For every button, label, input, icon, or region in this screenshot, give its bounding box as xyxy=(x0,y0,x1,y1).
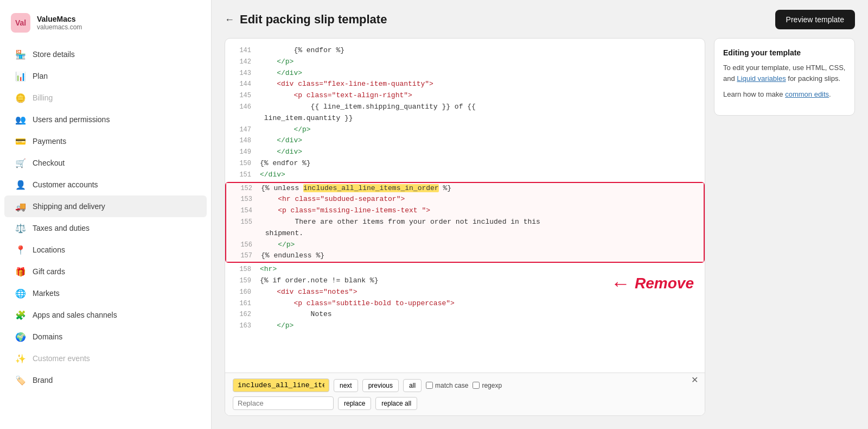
replace-button[interactable]: replace xyxy=(338,397,371,410)
line-number: 161 xyxy=(232,298,251,309)
preview-template-button[interactable]: Preview template xyxy=(775,10,855,29)
replace-row: replace replace all xyxy=(233,396,697,410)
line-number: 145 xyxy=(232,90,251,101)
common-edits-link[interactable]: common edits xyxy=(785,90,829,98)
line-content: {% endunless %} xyxy=(261,250,697,262)
highlighted-block: 152{% unless includes_all_line_items_in_… xyxy=(225,182,705,263)
code-line: 145 <p class="text-align-right"> xyxy=(225,90,705,102)
find-input[interactable] xyxy=(233,378,329,392)
close-find-replace[interactable]: ✕ xyxy=(691,375,698,385)
code-line: 143 </div> xyxy=(225,68,705,79)
nav-label-customer-accounts: Customer accounts xyxy=(33,180,98,189)
nav-icon-store-details: 🏪 xyxy=(15,49,26,60)
sidebar-item-checkout[interactable]: 🛒Checkout xyxy=(4,152,207,174)
line-content: </p> xyxy=(260,320,698,332)
sidebar-item-customer-events[interactable]: ✨Customer events xyxy=(4,348,207,369)
code-line: 148 </div> xyxy=(225,135,705,147)
regexp-checkbox[interactable] xyxy=(473,382,480,389)
line-number: 152 xyxy=(233,183,252,194)
nav-label-customer-events: Customer events xyxy=(33,354,90,363)
line-content: <div class="flex-line-item-quantity"> xyxy=(260,79,698,90)
match-case-checkbox[interactable] xyxy=(426,382,433,389)
sidebar-item-markets[interactable]: 🌐Markets xyxy=(4,282,207,304)
sidebar-item-brand[interactable]: 🏷️Brand xyxy=(4,369,207,391)
code-line: 160 <div class="notes"> xyxy=(225,287,705,298)
code-line: 144 <div class="flex-line-item-quantity"… xyxy=(225,79,705,90)
nav-label-store-details: Store details xyxy=(33,50,75,59)
code-line: 150{% endfor %} xyxy=(225,158,705,169)
replace-input[interactable] xyxy=(233,396,334,410)
nav-label-billing: Billing xyxy=(33,93,53,102)
line-content: </div> xyxy=(260,147,698,158)
line-content: line_item.quantity }} xyxy=(260,113,698,124)
all-button[interactable]: all xyxy=(403,379,422,392)
sidebar-item-apps-sales-channels[interactable]: 🧩Apps and sales channels xyxy=(4,304,207,326)
code-line: 147 </p> xyxy=(225,124,705,136)
code-line: 152{% unless includes_all_line_items_in_… xyxy=(226,183,704,194)
sidebar-item-plan[interactable]: 📊Plan xyxy=(4,65,207,87)
sidebar-item-locations[interactable]: 📍Locations xyxy=(4,239,207,261)
sidebar-item-users-permissions[interactable]: 👥Users and permissions xyxy=(4,109,207,130)
sidebar-item-domains[interactable]: 🌍Domains xyxy=(4,326,207,348)
code-line: 157{% endunless %} xyxy=(226,250,704,262)
line-number: 147 xyxy=(232,124,251,135)
nav-label-shipping-delivery: Shipping and delivery xyxy=(33,202,105,211)
code-line: 149 </div> xyxy=(225,147,705,158)
line-number: 154 xyxy=(233,205,252,216)
header-left: ← Edit packing slip template xyxy=(225,12,387,27)
code-line: shipment. xyxy=(226,228,704,239)
nav-label-users-permissions: Users and permissions xyxy=(33,115,110,124)
sidebar-item-billing[interactable]: 🪙Billing xyxy=(4,87,207,109)
sidebar-item-gift-cards[interactable]: 🎁Gift cards xyxy=(4,261,207,282)
help-text-1: To edit your template, use HTML, CSS, an… xyxy=(723,62,846,84)
line-content: There are other items from your order no… xyxy=(261,217,697,228)
line-content: <hr class="subdued-separator"> xyxy=(261,194,697,205)
liquid-variables-link[interactable]: Liquid variables xyxy=(737,74,786,83)
brand-text: ValueMacs valuemacs.com xyxy=(37,15,82,31)
nav-icon-taxes-duties: ⚖️ xyxy=(15,223,26,234)
line-number: 151 xyxy=(232,169,251,180)
line-number: 153 xyxy=(233,194,252,205)
nav-label-apps-sales-channels: Apps and sales channels xyxy=(33,311,117,319)
sidebar-item-shipping-delivery[interactable]: 🚚Shipping and delivery xyxy=(4,195,207,217)
nav-icon-users-permissions: 👥 xyxy=(15,114,26,125)
line-content: </p> xyxy=(260,56,698,68)
previous-button[interactable]: previous xyxy=(362,379,399,392)
line-number: 141 xyxy=(232,45,251,56)
nav-label-taxes-duties: Taxes and duties xyxy=(33,224,90,232)
line-number: 163 xyxy=(232,320,251,331)
sidebar-item-customer-accounts[interactable]: 👤Customer accounts xyxy=(4,174,207,195)
line-content: </div> xyxy=(260,135,698,147)
line-content: <hr> xyxy=(260,264,698,275)
code-area[interactable]: 141 {% endfor %}142 </p>143 </div>144 <d… xyxy=(225,39,705,373)
nav-icon-brand: 🏷️ xyxy=(15,375,26,386)
nav-icon-apps-sales-channels: 🧩 xyxy=(15,310,26,320)
nav-icon-plan: 📊 xyxy=(15,71,26,81)
code-line: line_item.quantity }} xyxy=(225,113,705,124)
nav-icon-billing: 🪙 xyxy=(15,92,26,103)
nav-label-locations: Locations xyxy=(33,245,65,254)
code-editor[interactable]: 141 {% endfor %}142 </p>143 </div>144 <d… xyxy=(225,38,705,416)
nav-icon-gift-cards: 🎁 xyxy=(15,266,26,277)
line-content: {% endfor %} xyxy=(260,158,698,169)
line-content: </p> xyxy=(260,124,698,136)
next-button[interactable]: next xyxy=(334,379,358,392)
line-number: 142 xyxy=(232,56,251,67)
sidebar-item-payments[interactable]: 💳Payments xyxy=(4,130,207,152)
line-number: 155 xyxy=(233,217,252,228)
sidebar-item-store-details[interactable]: 🏪Store details xyxy=(4,43,207,65)
find-row: next previous all match case regexp xyxy=(233,378,697,392)
content-area: 141 {% endfor %}142 </p>143 </div>144 <d… xyxy=(212,38,868,429)
sidebar-item-taxes-duties[interactable]: ⚖️Taxes and duties xyxy=(4,217,207,239)
line-number: 162 xyxy=(232,309,251,320)
code-line: 153 <hr class="subdued-separator"> xyxy=(226,194,704,205)
nav-icon-customer-accounts: 👤 xyxy=(15,179,26,190)
brand-header: Val ValueMacs valuemacs.com xyxy=(0,9,211,43)
nav-label-checkout: Checkout xyxy=(33,159,65,167)
line-content: {% if order.note != blank %} xyxy=(260,275,698,287)
replace-all-button[interactable]: replace all xyxy=(375,397,417,410)
code-line: 154 <p class="missing-line-items-text "> xyxy=(226,205,704,217)
regexp-label[interactable]: regexp xyxy=(473,382,502,389)
match-case-label[interactable]: match case xyxy=(426,382,468,389)
back-button[interactable]: ← xyxy=(225,14,234,26)
